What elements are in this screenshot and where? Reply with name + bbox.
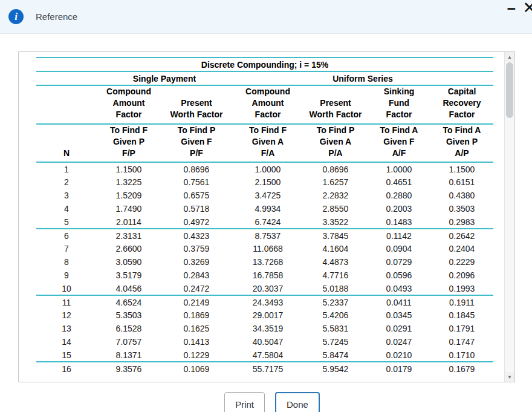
factor-value: 4.9934 xyxy=(232,202,303,215)
factor-value: 5.3503 xyxy=(97,309,161,322)
dialog-title: Reference xyxy=(36,11,77,22)
scroll-down-arrow-icon[interactable]: ▼ xyxy=(505,372,514,382)
factor-value: 5.2337 xyxy=(303,295,368,309)
factor-value: 0.4651 xyxy=(368,175,430,189)
factor-value: 0.3759 xyxy=(161,242,232,255)
factor-value: 0.2843 xyxy=(161,269,232,282)
empty-header xyxy=(36,71,97,85)
factor-value: 3.7845 xyxy=(303,229,368,242)
factor-value: 16.7858 xyxy=(232,269,303,282)
factor-value: 0.5718 xyxy=(161,202,232,215)
factor-value: 8.7537 xyxy=(232,229,303,242)
compounding-factor-table: Discrete Compounding; i = 15% Single Pay… xyxy=(36,57,493,375)
factor-value: 0.2229 xyxy=(430,255,493,269)
factor-value: 0.8696 xyxy=(303,162,368,175)
row-n-value: 12 xyxy=(36,309,97,322)
table-row: 83.05900.326913.72684.48730.07290.2229 xyxy=(36,255,493,269)
factor-value: 0.8696 xyxy=(161,162,232,175)
row-n-value: 6 xyxy=(36,229,97,242)
reference-table-panel: Discrete Compounding; i = 15% Single Pay… xyxy=(18,51,515,382)
row-n-value: 1 xyxy=(36,162,97,175)
single-payment-header: Single Payment xyxy=(97,71,232,85)
table-row: 114.65240.214924.34935.23370.04110.1911 xyxy=(36,295,493,309)
factor-value: 0.4972 xyxy=(161,215,232,229)
factor-value: 1.6257 xyxy=(303,175,368,189)
factor-value: 0.2149 xyxy=(161,295,232,309)
factor-value: 1.5209 xyxy=(97,189,161,202)
factor-header: Sinking Fund Factor xyxy=(368,85,430,124)
factor-value: 0.0247 xyxy=(368,335,430,348)
row-n-value: 14 xyxy=(36,335,97,348)
close-icon[interactable]: ✕ xyxy=(522,0,532,16)
vertical-scrollbar[interactable]: ▲ ▼ xyxy=(504,52,514,382)
factor-value: 0.3269 xyxy=(161,255,232,269)
factor-value: 2.1500 xyxy=(232,175,303,189)
row-n-value: 5 xyxy=(36,215,97,229)
table-row: 11.15000.86961.00000.86961.00001.1500 xyxy=(36,162,493,175)
row-n-value: 2 xyxy=(36,175,97,189)
factor-value: 7.0757 xyxy=(97,335,161,348)
find-header: To Find F Given A F/A xyxy=(232,124,303,162)
table-row: 21.32250.75612.15001.62570.46510.6151 xyxy=(36,175,493,189)
table-row: 104.04560.247220.30375.01880.04930.1993 xyxy=(36,282,493,295)
minimize-icon[interactable]: − xyxy=(507,1,516,16)
factor-value: 3.3522 xyxy=(303,215,368,229)
row-n-value: 4 xyxy=(36,202,97,215)
factor-header: Compound Amount Factor xyxy=(232,85,303,124)
print-button[interactable]: Print xyxy=(224,392,265,412)
factor-value: 5.8474 xyxy=(303,348,368,362)
row-n-value: 15 xyxy=(36,348,97,362)
row-n-value: 16 xyxy=(36,362,97,375)
n-column-header: N xyxy=(36,124,97,162)
table-row: 136.15280.162534.35195.58310.02910.1791 xyxy=(36,322,493,335)
factor-header: Present Worth Factor xyxy=(303,85,368,124)
find-notation-row: N To Find F Given P F/P To Find P Given … xyxy=(36,124,493,162)
factor-value: 0.0729 xyxy=(368,255,430,269)
factor-header: Capital Recovery Factor xyxy=(430,85,493,124)
factor-value: 0.1483 xyxy=(368,215,430,229)
factor-value: 1.1500 xyxy=(430,162,493,175)
scrollbar-thumb[interactable] xyxy=(506,62,513,118)
table-row: 147.07570.141340.50475.72450.02470.1747 xyxy=(36,335,493,348)
table-row: 62.31310.43238.75373.78450.11420.2642 xyxy=(36,229,493,242)
factor-value: 0.0291 xyxy=(368,322,430,335)
table-title-row: Discrete Compounding; i = 15% xyxy=(36,57,493,71)
factor-value: 0.0179 xyxy=(368,362,430,375)
row-n-value: 7 xyxy=(36,242,97,255)
factor-value: 0.1679 xyxy=(430,362,493,375)
factor-value: 0.1911 xyxy=(430,295,493,309)
factor-value: 0.2404 xyxy=(430,242,493,255)
factor-value: 0.2003 xyxy=(368,202,430,215)
factor-value: 0.1747 xyxy=(430,335,493,348)
factor-value: 0.6575 xyxy=(161,189,232,202)
row-n-value: 3 xyxy=(36,189,97,202)
factor-value: 0.0596 xyxy=(368,269,430,282)
factor-value: 1.0000 xyxy=(368,162,430,175)
empty-header xyxy=(36,85,97,124)
factor-value: 5.5831 xyxy=(303,322,368,335)
table-row: 52.01140.49726.74243.35220.14830.2983 xyxy=(36,215,493,229)
row-n-value: 11 xyxy=(36,295,97,309)
table-body: 11.15000.86961.00000.86961.00001.150021.… xyxy=(36,162,493,375)
factor-name-row: Compound Amount Factor Present Worth Fac… xyxy=(36,85,493,124)
scroll-up-arrow-icon[interactable]: ▲ xyxy=(505,52,514,62)
row-n-value: 9 xyxy=(36,269,97,282)
find-header: To Find A Given F A/F xyxy=(368,124,430,162)
factor-value: 0.3503 xyxy=(430,202,493,215)
dialog-footer: Print Done xyxy=(0,392,532,412)
factor-value: 2.2832 xyxy=(303,189,368,202)
factor-value: 0.6151 xyxy=(430,175,493,189)
factor-value: 5.0188 xyxy=(303,282,368,295)
factor-value: 0.0904 xyxy=(368,242,430,255)
done-button[interactable]: Done xyxy=(275,392,320,412)
table-row: 72.66000.375911.06684.16040.09040.2404 xyxy=(36,242,493,255)
factor-value: 6.1528 xyxy=(97,322,161,335)
row-n-value: 13 xyxy=(36,322,97,335)
factor-value: 1.3225 xyxy=(97,175,161,189)
factor-value: 29.0017 xyxy=(232,309,303,322)
factor-value: 2.3131 xyxy=(97,229,161,242)
table-row: 125.35030.186929.00175.42060.03450.1845 xyxy=(36,309,493,322)
factor-value: 0.1845 xyxy=(430,309,493,322)
table-row: 169.35760.106955.71755.95420.01790.1679 xyxy=(36,362,493,375)
find-header: To Find A Given P A/P xyxy=(430,124,493,162)
